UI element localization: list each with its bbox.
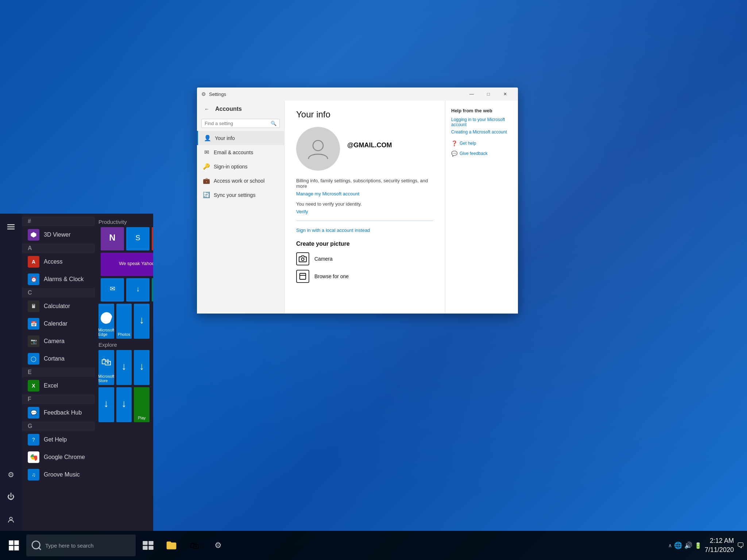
give-feedback-action[interactable]: 💬 Give feedback [451, 151, 512, 156]
browse-option[interactable]: Browse for one [296, 270, 433, 283]
tile-download-6[interactable]: ↓ [116, 387, 132, 422]
settings-gear-icon: ⚙ [201, 91, 206, 97]
maximize-button[interactable]: □ [480, 88, 497, 101]
sidebar-item-label: Email & accounts [214, 149, 253, 155]
search-button[interactable]: Type here to search [26, 534, 136, 556]
task-view-button[interactable] [137, 534, 159, 556]
user-rail-icon[interactable] [1, 510, 20, 529]
sidebar-item-sync-settings[interactable]: 🔄 Sync your settings [197, 188, 284, 202]
sidebar-item-your-info[interactable]: 👤 Your info [197, 131, 284, 145]
minimize-button[interactable]: — [463, 88, 480, 101]
sidebar-item-access-work[interactable]: 💼 Access work or school [197, 174, 284, 188]
file-explorer-button[interactable] [160, 534, 182, 556]
app-label: Get Help [44, 436, 67, 443]
taskbar-clock[interactable]: 2:12 AM 7/11/2020 [705, 536, 734, 555]
get-help-action[interactable]: ❓ Get help [451, 140, 512, 146]
tile-photos[interactable]: Photos [116, 304, 132, 339]
app-item-feedback-hub[interactable]: 💬 Feedback Hub [22, 404, 95, 421]
power-rail-icon[interactable]: ⏻ [1, 487, 20, 506]
browse-icon [296, 270, 309, 283]
window-titlebar: ⚙ Settings — □ ✕ [197, 88, 518, 101]
store-taskbar-button[interactable]: 🛍 [184, 534, 206, 556]
sidebar-item-sign-in-options[interactable]: 🔑 Sign-in options [197, 159, 284, 174]
app-item-camera[interactable]: 📷 Camera [22, 332, 95, 350]
profile-section: @GMAIL.COM [296, 127, 433, 171]
svg-rect-14 [143, 541, 147, 545]
network-icon[interactable]: 🌐 [674, 541, 682, 549]
tile-skype[interactable]: S [126, 227, 150, 250]
app-item-excel[interactable]: X Excel [22, 377, 95, 394]
tiles-section-explore: Explore [98, 342, 150, 348]
sidebar-item-email-accounts[interactable]: ✉ Email & accounts [197, 145, 284, 159]
app-item-google-chrome[interactable]: Google Chrome [22, 448, 95, 466]
section-letter-f: F [22, 394, 95, 404]
taskbar: Type here to search 🛍 ⚙ ∧ [0, 531, 747, 560]
tile-download-4[interactable]: ↓ [134, 350, 150, 385]
svg-rect-16 [143, 546, 147, 550]
app-item-calendar[interactable]: 📅 Calendar [22, 315, 95, 332]
taskbar-left: Type here to search 🛍 ⚙ [3, 534, 229, 556]
battery-icon: 🔋 [694, 542, 702, 549]
section-letter-c: C [22, 288, 95, 298]
settings-main-content: Your info @GMAIL.COM Billing info, famil… [285, 101, 445, 314]
settings-body: ← Accounts 🔍 👤 Your info ✉ Email & accou… [197, 101, 518, 314]
back-button[interactable]: ← [201, 104, 212, 114]
start-menu: ⚙ ⏻ # 3D Viewer A A Access ⏰ Alarm [0, 214, 153, 531]
app-icon-calculator: 🖩 [28, 300, 39, 312]
tile-download-3[interactable]: ↓ [116, 350, 132, 385]
app-item-3d-viewer[interactable]: 3D Viewer [22, 226, 95, 244]
verify-link[interactable]: Verify [296, 209, 308, 214]
tile-yahoo[interactable]: We speak Yahoo [101, 253, 153, 276]
tray-chevron[interactable]: ∧ [668, 542, 672, 548]
app-item-access[interactable]: A Access [22, 253, 95, 271]
tile-onenote[interactable]: N [101, 227, 124, 250]
app-label: Calculator [44, 303, 70, 310]
app-label: Calendar [44, 320, 67, 327]
settings-taskbar-button[interactable]: ⚙ [207, 534, 229, 556]
email-icon: ✉ [203, 149, 210, 156]
key-icon: 🔑 [203, 163, 210, 170]
app-icon-cortana: ◯ [28, 353, 39, 365]
help-link-0[interactable]: Logging in to your Microsoft account [451, 117, 512, 127]
svg-rect-3 [7, 224, 15, 225]
start-left-rail: ⚙ ⏻ [0, 214, 22, 531]
give-feedback-label: Give feedback [460, 151, 488, 156]
sign-in-local-link[interactable]: Sign in with a local account instead [296, 228, 370, 233]
close-button[interactable]: ✕ [497, 88, 514, 101]
notification-icon[interactable]: 🗨 [737, 541, 744, 550]
tile-mail[interactable]: ✉ [101, 278, 124, 302]
help-link-1[interactable]: Creating a Microsoft account [451, 129, 512, 135]
settings-rail-icon[interactable]: ⚙ [1, 465, 20, 484]
tile-powerpoint[interactable]: P [152, 227, 153, 250]
app-item-alarms-clock[interactable]: ⏰ Alarms & Clock [22, 271, 95, 288]
tile-play[interactable]: Play [134, 387, 150, 422]
tile-download-5[interactable]: ↓ [98, 387, 114, 422]
tiles-row-right-top: N S P [101, 227, 153, 250]
svg-rect-4 [7, 226, 15, 227]
tile-download-1[interactable]: ↓ [126, 278, 150, 302]
tile-extra[interactable]: ☁ [152, 278, 153, 302]
tiles-row-1: W X P N Office N [98, 227, 150, 302]
get-help-label: Get help [460, 141, 476, 146]
app-icon-calendar: 📅 [28, 318, 39, 330]
app-item-cortana[interactable]: ◯ Cortana [22, 350, 95, 368]
svg-rect-5 [7, 229, 15, 229]
clock-date: 7/11/2020 [705, 545, 734, 555]
billing-info-text: Billing info, family settings, subscript… [296, 178, 433, 189]
tile-download-2[interactable]: ↓ [134, 304, 150, 339]
settings-search-input[interactable] [205, 121, 271, 126]
hamburger-menu-button[interactable] [1, 217, 20, 236]
taskbar-right: ∧ 🌐 🔊 🔋 2:12 AM 7/11/2020 🗨 [668, 536, 744, 555]
start-button[interactable] [3, 534, 25, 556]
app-item-get-help[interactable]: ? Get Help [22, 431, 95, 448]
camera-option[interactable]: Camera [296, 252, 433, 265]
briefcase-icon: 💼 [203, 177, 210, 184]
settings-search-box[interactable]: 🔍 [201, 119, 280, 128]
svg-rect-17 [148, 546, 153, 550]
tile-store[interactable]: 🛍 Microsoft Store [98, 350, 114, 385]
app-item-groove-music[interactable]: ♫ Groove Music [22, 466, 95, 483]
volume-icon[interactable]: 🔊 [684, 541, 692, 549]
tile-edge[interactable]: Microsoft Edge [98, 304, 114, 339]
manage-account-link[interactable]: Manage my Microsoft account [296, 191, 359, 197]
app-item-calculator[interactable]: 🖩 Calculator [22, 298, 95, 315]
